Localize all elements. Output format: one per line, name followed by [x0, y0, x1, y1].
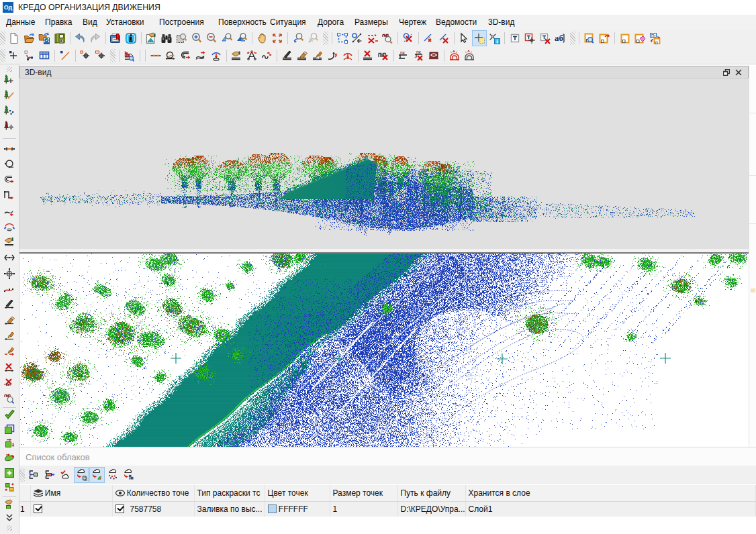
- svg-text:Пт: Пт: [651, 34, 656, 38]
- svg-text:пк: пк: [400, 50, 406, 55]
- svg-text:пк: пк: [416, 50, 422, 54]
- svg-text:аб: аб: [555, 33, 564, 43]
